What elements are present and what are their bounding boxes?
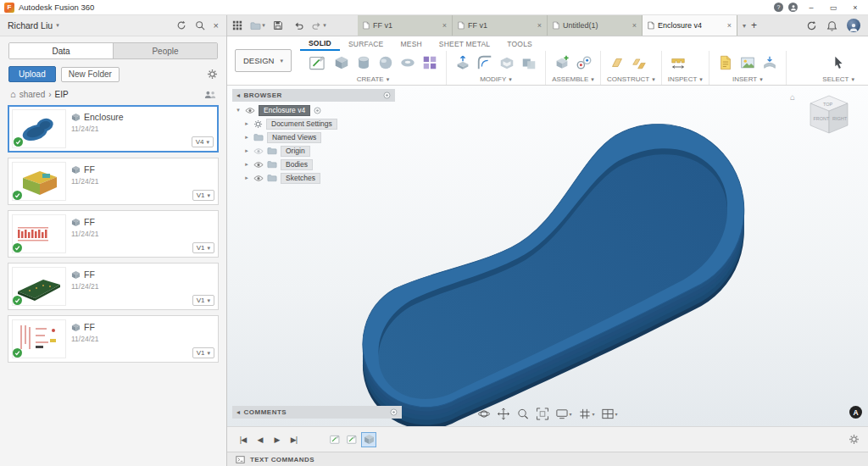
file-menu-icon[interactable]: ▾ [248,15,268,36]
timeline-skip-end-icon[interactable]: ▶| [287,435,301,444]
select-cursor-icon[interactable] [828,52,849,74]
timeline-skip-start-icon[interactable]: |◀ [236,435,250,444]
browser-node-document-settings[interactable]: ▸ Document Settings [232,117,395,130]
tree-collapsed-icon[interactable]: ▸ [243,161,250,168]
enclosure-body[interactable] [328,92,775,426]
tree-expanded-icon[interactable]: ▾ [235,107,242,114]
browser-root-row[interactable]: ▾ Enclosure v4 [232,103,395,117]
fillet-icon[interactable] [475,52,495,74]
browser-node-named-views[interactable]: ▸ Named Views [232,130,395,144]
tree-collapsed-icon[interactable]: ▸ [243,134,250,141]
combine-icon[interactable] [519,52,539,74]
select-menu[interactable]: SELECT ▾ [822,74,854,85]
project-card-ff-1[interactable]: FF 11/24/21 V1 ▾ [8,158,219,205]
inspect-menu[interactable]: INSPECT ▾ [668,74,703,85]
undo-icon[interactable] [288,15,309,36]
doc-tab-untitled[interactable]: Untitled(1) × [548,15,643,36]
maximize-button[interactable]: ▭ [825,2,842,14]
offset-plane-icon[interactable] [629,52,649,74]
canvas-image-icon[interactable] [737,52,758,74]
save-icon[interactable] [268,15,288,36]
close-tab-icon[interactable]: × [632,21,637,30]
account-icon[interactable] [788,3,798,12]
browser-root-label[interactable]: Enclosure v4 [259,105,310,116]
comments-panel[interactable]: ◂ COMMENTS [232,406,402,419]
decal-icon[interactable] [760,52,780,74]
browser-node-origin[interactable]: ▸ Origin [232,144,395,158]
new-component-icon[interactable] [552,52,572,74]
tab-sheet-metal[interactable]: SHEET METAL [431,36,498,51]
tree-collapsed-icon[interactable]: ▸ [243,120,250,127]
browser-node-sketches[interactable]: ▸ Sketches [232,171,395,185]
version-dropdown[interactable]: V1 ▾ [192,190,214,201]
primitive-box-icon[interactable] [331,52,352,74]
tree-collapsed-icon[interactable]: ▸ [243,147,250,154]
doc-tab-enclosure-v4[interactable]: Enclosure v4 × [643,15,737,36]
timeline-sketch-feature-icon[interactable] [344,432,359,447]
primitive-cylinder-icon[interactable] [353,52,374,74]
visibility-eye-icon[interactable] [253,175,264,182]
browser-node-bodies[interactable]: ▸ Bodies [232,158,395,171]
viewports-icon[interactable]: ▾ [602,408,618,420]
job-status-icon[interactable] [806,20,817,31]
construction-plane-icon[interactable] [607,52,627,74]
tab-list-chevron-icon[interactable]: ▾ [743,22,746,30]
assistant-button[interactable]: A [849,406,862,419]
project-card-enclosure[interactable]: Enclosure 11/24/21 V4 ▾ [8,105,219,153]
refresh-icon[interactable] [176,20,186,31]
version-dropdown[interactable]: V4 ▾ [192,136,214,147]
tab-data[interactable]: Data [9,43,114,58]
close-window-button[interactable]: × [847,2,864,14]
zoom-icon[interactable] [516,408,529,420]
insert-menu[interactable]: INSERT ▾ [715,74,780,85]
timeline-play-icon[interactable]: ▶ [270,435,284,444]
orbit-icon[interactable] [477,408,490,420]
new-folder-button[interactable]: New Folder [61,67,120,82]
node-label[interactable]: Named Views [267,132,321,143]
tab-surface[interactable]: SURFACE [340,36,392,51]
visibility-eye-icon[interactable] [253,161,264,169]
browser-header[interactable]: ◂ BROWSER [232,89,395,102]
show-data-panel-icon[interactable] [227,15,248,36]
primitive-sphere-icon[interactable] [376,52,396,74]
version-dropdown[interactable]: V1 ▾ [192,347,214,358]
workspace-switcher-design[interactable]: DESIGN ▾ [235,49,292,72]
project-card-ff-2[interactable]: FF 11/24/21 V1 ▾ [8,210,219,258]
user-avatar[interactable] [847,19,860,32]
pan-icon[interactable] [497,408,509,420]
fit-view-icon[interactable] [536,408,548,420]
insert-mcmaster-icon[interactable] [715,52,736,74]
home-icon[interactable]: ⌂ [10,89,16,99]
timeline-step-back-icon[interactable]: ◀ [253,435,267,444]
notifications-bell-icon[interactable] [826,20,837,31]
panel-settings-gear-icon[interactable] [207,69,218,80]
upload-button[interactable]: Upload [8,66,56,82]
press-pull-icon[interactable] [453,52,473,74]
help-icon[interactable]: ? [774,3,783,12]
pattern-icon[interactable] [420,52,440,74]
close-tab-icon[interactable]: × [537,21,542,30]
measure-icon[interactable] [668,52,688,74]
node-label[interactable]: Document Settings [266,119,337,130]
tab-mesh[interactable]: MESH [392,36,430,51]
minimize-button[interactable]: – [803,2,820,14]
tab-solid[interactable]: SOLID [300,36,340,51]
assemble-menu[interactable]: ASSEMBLE ▾ [552,74,594,85]
tab-people[interactable]: People [114,43,217,58]
close-tab-icon[interactable]: × [727,21,732,30]
create-sketch-icon[interactable] [306,52,330,74]
timeline-sketch-feature-icon[interactable] [327,432,342,447]
visibility-eye-icon[interactable] [253,147,264,155]
collapse-panel-icon[interactable]: ◂ [236,92,241,99]
version-dropdown[interactable]: V1 ▾ [192,242,214,253]
grid-settings-icon[interactable]: ▾ [578,408,594,420]
construct-menu[interactable]: CONSTRUCT ▾ [607,74,655,85]
new-document-icon[interactable]: + [751,19,757,31]
close-tab-icon[interactable]: × [442,21,447,30]
timeline-extrude-feature-icon[interactable] [361,432,376,447]
search-icon[interactable] [195,20,205,31]
shell-icon[interactable] [497,52,517,74]
joint-icon[interactable] [574,52,594,74]
node-label[interactable]: Bodies [281,159,313,170]
node-label[interactable]: Sketches [281,173,320,184]
